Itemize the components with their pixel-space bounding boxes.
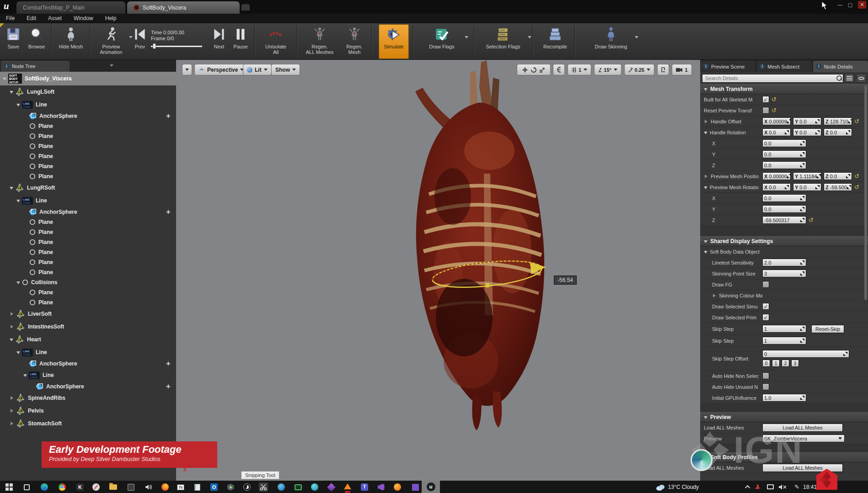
tree-item-plane[interactable]: Plane: [0, 171, 176, 181]
tree-item-anchorsphere[interactable]: AnchorSphere+: [0, 207, 176, 217]
tree-item-softbody-viscera[interactable]: SOFTBODYSETUPSoftBody_Viscera: [0, 72, 176, 85]
drag-handle-icon[interactable]: [800, 163, 804, 167]
recompile-button[interactable]: Recompile: [539, 24, 572, 59]
number-field[interactable]: X0.00000: [762, 172, 791, 180]
expand-open-icon[interactable]: [16, 104, 20, 108]
expand-open-icon[interactable]: [704, 251, 707, 254]
add-node-button[interactable]: +: [166, 383, 171, 390]
number-field[interactable]: 0.0: [762, 161, 806, 169]
visual-studio-icon[interactable]: [376, 482, 386, 492]
hexagon-app-icon[interactable]: [226, 482, 235, 492]
menu-item-help[interactable]: Help: [99, 14, 123, 23]
scale-snap-button[interactable]: 0.25: [624, 64, 654, 75]
chrome-icon[interactable]: [58, 482, 67, 492]
scrollbar[interactable]: [864, 85, 867, 300]
prev-button[interactable]: Prev: [132, 24, 148, 59]
unreal-engine-icon[interactable]: u: [422, 481, 440, 493]
number-field[interactable]: Z0.0: [824, 172, 852, 180]
pen-tray-icon[interactable]: ✎: [794, 481, 799, 493]
display-tray-icon[interactable]: [767, 481, 774, 493]
tree-item-plane[interactable]: Plane: [0, 237, 176, 247]
tab-combattestmap-p-main[interactable]: CombatTestMap_P_Main: [16, 1, 125, 14]
tree-item-stomachsoft[interactable]: StomachSoft: [0, 417, 176, 430]
checkbox[interactable]: ✓: [762, 96, 769, 103]
expand-closed-icon[interactable]: [11, 325, 15, 329]
drag-handle-icon[interactable]: [846, 130, 850, 134]
expand-closed-icon[interactable]: [705, 120, 709, 123]
checkbox[interactable]: [762, 281, 769, 288]
vlc-icon[interactable]: [343, 482, 352, 492]
expand-closed-icon[interactable]: [713, 294, 718, 297]
expand-closed-icon[interactable]: [11, 409, 15, 413]
expand-open-icon[interactable]: [704, 186, 707, 190]
playstation-tray-icon[interactable]: [755, 481, 762, 493]
viewport-3d[interactable]: -56.54 Perspective Lit Show 1 15°: [176, 60, 700, 481]
tab-overflow-stub[interactable]: [241, 4, 250, 11]
vscode-icon[interactable]: [411, 482, 420, 492]
maximize-icon[interactable]: ▢: [846, 1, 854, 9]
volume-muted-icon[interactable]: [778, 481, 788, 493]
tree-item-heart[interactable]: Heart: [0, 333, 176, 346]
close-icon[interactable]: ✕: [858, 1, 866, 9]
chevron-down-icon[interactable]: [110, 64, 113, 69]
browse-button[interactable]: Browse: [25, 24, 48, 59]
section-mesh-transform[interactable]: Mesh Transform: [700, 84, 868, 94]
expand-open-icon[interactable]: [704, 416, 707, 421]
orange-app-icon[interactable]: [393, 482, 402, 492]
volume-mixer-icon[interactable]: [144, 482, 153, 492]
7zip-icon[interactable]: 7z: [176, 482, 185, 492]
number-field[interactable]: 0.0: [762, 150, 806, 158]
visibility-button[interactable]: [856, 74, 866, 83]
menu-item-asset[interactable]: Asset: [42, 14, 68, 23]
number-field[interactable]: Z-59.500: [824, 183, 852, 191]
tree-item-lungrsoft[interactable]: LungRSoft: [0, 181, 176, 194]
tree-item-line[interactable]: LINECHAINLine: [0, 346, 176, 359]
reset-to-default-icon[interactable]: ↺: [854, 184, 859, 190]
number-field[interactable]: Y0.0: [793, 128, 821, 136]
drag-handle-icon[interactable]: [848, 119, 852, 123]
drag-handle-icon[interactable]: [800, 260, 804, 265]
menu-item-edit[interactable]: Edit: [21, 14, 42, 23]
reset-to-default-icon[interactable]: ↺: [772, 96, 777, 102]
expand-open-icon[interactable]: [704, 132, 707, 135]
drag-handle-icon[interactable]: [785, 130, 789, 134]
rotation-snap-button[interactable]: 15°: [594, 64, 622, 75]
blue-app-icon[interactable]: [277, 482, 286, 492]
tab-node-details[interactable]: iNode Details: [813, 61, 868, 72]
minimize-icon[interactable]: —: [836, 1, 844, 9]
purple-diamond-icon[interactable]: [327, 482, 336, 492]
number-field[interactable]: Y0.0: [793, 183, 821, 191]
expand-open-icon[interactable]: [10, 339, 13, 343]
draw-skinning-button[interactable]: Draw Skinning: [588, 24, 634, 59]
offset-option-button[interactable]: 1: [772, 360, 780, 367]
checkbox[interactable]: [762, 372, 769, 379]
drag-handle-icon[interactable]: [800, 396, 804, 400]
drag-handle-icon[interactable]: [787, 119, 791, 123]
number-field[interactable]: 0.0: [762, 205, 806, 213]
tree-item-anchorsphere[interactable]: AnchorSphere+: [0, 382, 176, 392]
lit-button[interactable]: Lit: [243, 64, 272, 75]
grid-snap-button[interactable]: 1: [568, 64, 591, 75]
number-field[interactable]: 0.0: [762, 194, 806, 202]
tree-item-liversoft[interactable]: LiverSoft: [0, 307, 176, 320]
compass-icon[interactable]: [91, 482, 101, 492]
expand-open-icon[interactable]: [704, 240, 707, 245]
expand-closed-icon[interactable]: [11, 396, 15, 400]
reset-to-default-icon[interactable]: ↺: [854, 118, 859, 124]
tree-item-line[interactable]: LINECHAINLine: [0, 194, 176, 207]
drag-handle-icon[interactable]: [815, 119, 820, 123]
tree-item-collisions[interactable]: Collisions: [0, 277, 176, 287]
firefox-icon[interactable]: [161, 482, 170, 492]
drag-handle-icon[interactable]: [846, 174, 850, 178]
regen-mesh-button[interactable]: Regen.Mesh: [340, 24, 369, 59]
regen-all-meshes-button[interactable]: Regen.ALL Meshes: [301, 24, 338, 59]
screenshot-app-icon[interactable]: [126, 482, 135, 492]
number-field[interactable]: 3: [762, 270, 806, 277]
tree-item-plane[interactable]: Plane: [0, 217, 176, 227]
expand-open-icon[interactable]: [16, 281, 20, 286]
tree-item-line[interactable]: LINECHAINLine: [0, 98, 176, 111]
drag-handle-icon[interactable]: [787, 174, 791, 178]
drag-handle-icon[interactable]: [817, 174, 821, 178]
reset-skip-button[interactable]: Reset-Skip: [811, 325, 844, 333]
number-field[interactable]: 1.0: [762, 394, 806, 402]
